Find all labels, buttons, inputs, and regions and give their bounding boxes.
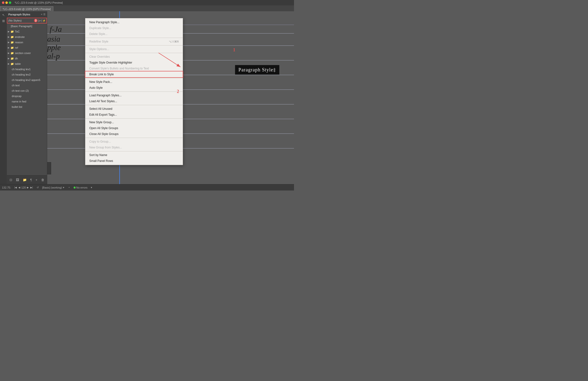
menu-new-style-pack[interactable]: New Style Pack...	[85, 79, 183, 85]
refresh-btn[interactable]: ↺	[36, 186, 39, 189]
canvas-text-3: pple	[47, 43, 61, 52]
style-group-section-cover[interactable]: ▶ 📁 section cover	[7, 50, 47, 56]
menu-sort-by-name[interactable]: Sort by Name	[85, 152, 183, 158]
green-status-dot	[74, 187, 76, 189]
next-page-btn[interactable]: ▶	[26, 186, 29, 189]
bullet-list-label: bullet list	[12, 106, 22, 108]
collapse-icon[interactable]: «	[41, 13, 42, 16]
menu-delete-style: Delete Style...	[85, 31, 183, 37]
page-navigation[interactable]: |◀ ◀ 120 ▶ ▶|	[14, 186, 34, 189]
mini-floating-panel: ⊡	[47, 162, 51, 174]
badge-3: 3	[34, 19, 37, 22]
basic-paragraph-row[interactable]: [Basic Paragraph]	[7, 23, 47, 29]
style-group-reason[interactable]: ▶ 📁 reason	[7, 40, 47, 45]
tab-label: *LC–J23-9.indd @ 133% [GPU Preview]	[3, 8, 51, 11]
menu-small-panel-rows[interactable]: Small Panel Rows	[85, 158, 183, 164]
window-controls[interactable]	[2, 1, 11, 4]
no-errors-dropdown[interactable]: ▼	[90, 186, 93, 189]
dropcap-label: dropcap	[12, 95, 21, 98]
separator-6	[85, 105, 183, 105]
style-ch-heading-lev2[interactable]: ch heading lev2	[7, 72, 47, 77]
title-bar: *LC–J23-9.indd @ 133% [GPU Preview]	[0, 0, 294, 5]
ref-label: ref	[15, 46, 18, 49]
no-styles-label: (No Styles)	[8, 19, 34, 22]
menu-icon[interactable]: ☰	[43, 13, 45, 16]
add-icon[interactable]: +	[36, 178, 37, 182]
folder-icon: 📁	[11, 46, 14, 49]
menu-clear-overrides: Clear Overrides	[85, 54, 183, 60]
style-ch-heading-lev1[interactable]: ch heading lev1	[7, 66, 47, 72]
folder-icon: 📁	[11, 57, 14, 60]
folder-icon: 📁	[11, 52, 14, 55]
folder-footer-icon[interactable]: 📁	[23, 178, 27, 182]
style-group-ref[interactable]: ▶ 📁 ref	[7, 45, 47, 50]
paragraph-styles-panel: Paragraph Styles « ☰ (No Styles) 3 [a+] …	[7, 11, 47, 184]
maximize-button[interactable]	[9, 1, 11, 4]
chevron-right-icon: ▶	[8, 36, 10, 38]
minimize-button[interactable]	[5, 1, 8, 4]
menu-new-group-from-styles: New Group from Styles...	[85, 145, 183, 150]
delete-icon[interactable]: 🗑	[41, 178, 44, 182]
status-bar: 132.75: |◀ ◀ 120 ▶ ▶| ↺ [Basic] (working…	[0, 184, 294, 190]
canvas-text-2: asia	[47, 35, 60, 43]
text-icon[interactable]: ¶	[30, 178, 32, 182]
menu-edit-export-tags[interactable]: Edit All Export Tags...	[85, 112, 183, 118]
endnote-label: endnote	[15, 36, 25, 38]
menu-load-all-text-styles[interactable]: Load All Text Styles...	[85, 98, 183, 104]
page-tool[interactable]: ⊞	[1, 18, 6, 23]
first-page-btn[interactable]: |◀	[14, 186, 18, 189]
style-group-endnote[interactable]: ▶ 📁 endnote	[7, 34, 47, 40]
menu-break-link[interactable]: Break Link to Style	[85, 71, 183, 77]
menu-copy-to-group: Copy to Group...	[85, 139, 183, 145]
style-name-in-fwd[interactable]: name in fwd	[7, 99, 47, 104]
paragraph-style-box: Paragraph Style‡	[235, 65, 279, 75]
menu-toggle-override[interactable]: Toggle Style Override Highlighter	[85, 60, 183, 65]
annotation-1: 1	[233, 47, 235, 53]
menu-new-paragraph-style[interactable]: New Paragraph Style...	[85, 19, 183, 25]
style-ch-text-con[interactable]: ch text con (2)	[7, 88, 47, 93]
folder-icon: 📁	[11, 41, 14, 44]
ch-heading-lev2-appen5-label: ch heading lev2 appen5	[12, 79, 40, 82]
menu-close-all-groups[interactable]: Close All Style Groups	[85, 131, 183, 137]
add-style-icon[interactable]: [a+]	[38, 19, 42, 22]
chevron-right-icon: ▶	[8, 41, 10, 43]
menu-open-all-groups[interactable]: Open All Style Groups	[85, 125, 183, 131]
style-bullet-list[interactable]: bullet list	[7, 104, 47, 109]
style-group-dh[interactable]: ▶ 📁 dh	[7, 56, 47, 61]
no-errors-status: No errors	[74, 186, 87, 189]
chevron-right-icon: ▶	[8, 63, 10, 65]
dh-label: dh	[15, 57, 18, 60]
dropdown-arrow-icon: ▼	[63, 186, 65, 189]
menu-load-paragraph-styles[interactable]: Load Paragraph Styles...	[85, 92, 183, 98]
prev-page-btn[interactable]: ◀	[18, 186, 21, 189]
image-icon[interactable]: 🖼	[16, 178, 19, 182]
style-group-table[interactable]: ▶ 📁 table	[7, 61, 47, 66]
table-label: table	[15, 62, 21, 65]
lightning-icon[interactable]: ⚡	[42, 19, 45, 22]
section-cover-label: section cover	[15, 52, 31, 55]
style-dropcap[interactable]: dropcap	[7, 93, 47, 99]
menu-auto-style[interactable]: Auto Style	[85, 85, 183, 91]
chevron-right-icon: ▶	[8, 46, 10, 49]
chevron-right-icon: ▶	[8, 52, 10, 54]
last-page-btn[interactable]: ▶|	[30, 186, 34, 189]
preview-icon[interactable]: ⊡	[10, 178, 12, 182]
select-tool[interactable]: ↖	[1, 12, 6, 18]
menu-style-options: Style Options...	[85, 46, 183, 52]
separator-1	[85, 38, 183, 38]
style-ch-heading-lev2-appen5[interactable]: ch heading lev2 appen5	[7, 77, 47, 83]
menu-new-style-group[interactable]: New Style Group...	[85, 119, 183, 125]
menu-select-all-unused[interactable]: Select All Unused	[85, 106, 183, 112]
no-styles-row[interactable]: (No Styles) 3 [a+] ⚡	[7, 18, 47, 23]
close-button[interactable]	[2, 1, 4, 4]
toc-label: ToC	[15, 30, 20, 33]
document-tab[interactable]: *LC–J23-9.indd @ 133% [GPU Preview]	[0, 6, 53, 11]
separator-2	[85, 45, 183, 45]
basic-paragraph-label: [Basic Paragraph]	[11, 25, 32, 28]
separator-5	[85, 91, 183, 92]
style-group-toc[interactable]: ▶ 📁 ToC	[7, 29, 47, 34]
chevron-right-icon: ▶	[8, 30, 10, 33]
page-number: 120	[21, 186, 26, 189]
style-selector[interactable]: [Basic] (working) ▼	[42, 186, 64, 189]
style-ch-text[interactable]: ch text	[7, 83, 47, 88]
